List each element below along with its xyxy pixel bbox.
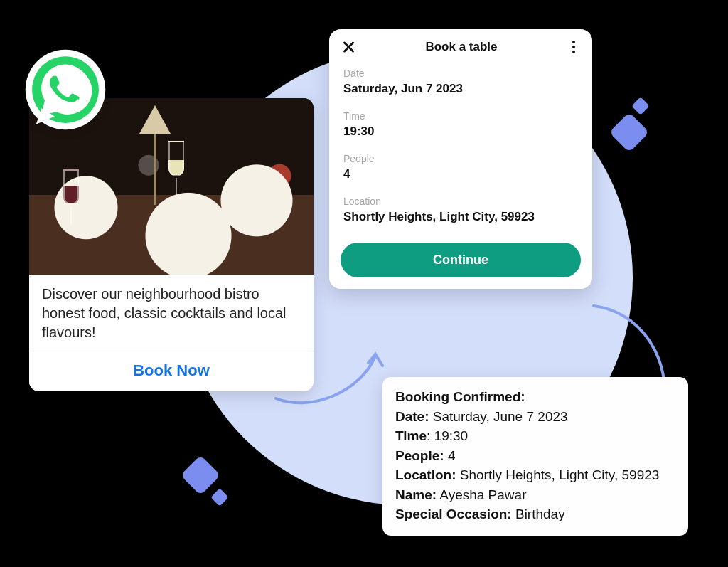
- location-field[interactable]: Location: [329, 190, 592, 233]
- decorative-diamond: [210, 488, 228, 506]
- confirmation-location: Location: Shortly Heights, Light City, 5…: [395, 465, 675, 485]
- confirmation-name: Name: Ayesha Pawar: [395, 485, 675, 505]
- field-label: People: [343, 153, 578, 164]
- field-label: Location: [343, 196, 578, 207]
- decorative-diamond: [631, 97, 649, 115]
- field-label: Date: [343, 68, 578, 79]
- confirmation-occasion: Special Occasion: Birthday: [395, 504, 675, 524]
- confirmation-date: Date: Saturday, June 7 2023: [395, 407, 675, 427]
- field-label: Time: [343, 110, 578, 122]
- confirmation-people: People: 4: [395, 446, 675, 466]
- more-options-icon[interactable]: [567, 41, 581, 53]
- time-field[interactable]: Time: [329, 105, 592, 147]
- date-input[interactable]: [343, 80, 578, 103]
- confirmation-time: Time: 19:30: [395, 426, 675, 446]
- panel-title: Book a table: [425, 40, 497, 54]
- confirmation-card: Booking Confirmed: Date: Saturday, June …: [382, 377, 688, 536]
- decorative-diamond: [609, 112, 650, 153]
- continue-button[interactable]: Continue: [341, 243, 581, 277]
- people-field[interactable]: People: [329, 147, 592, 190]
- date-field[interactable]: Date: [329, 62, 592, 105]
- book-now-button[interactable]: Book Now: [29, 351, 314, 391]
- promo-description: Discover our neighbourhood bistro honest…: [29, 275, 314, 351]
- booking-panel: Book a table Date Time People Location C…: [329, 29, 592, 289]
- panel-header: Book a table: [329, 29, 592, 62]
- promo-card: Discover our neighbourhood bistro honest…: [29, 98, 314, 391]
- whatsapp-logo-icon: [23, 47, 108, 132]
- confirmation-heading: Booking Confirmed:: [395, 387, 675, 407]
- time-input[interactable]: [343, 123, 578, 146]
- location-input[interactable]: [343, 208, 578, 231]
- close-icon[interactable]: [341, 39, 356, 55]
- decorative-diamond: [181, 455, 221, 496]
- people-input[interactable]: [343, 166, 578, 189]
